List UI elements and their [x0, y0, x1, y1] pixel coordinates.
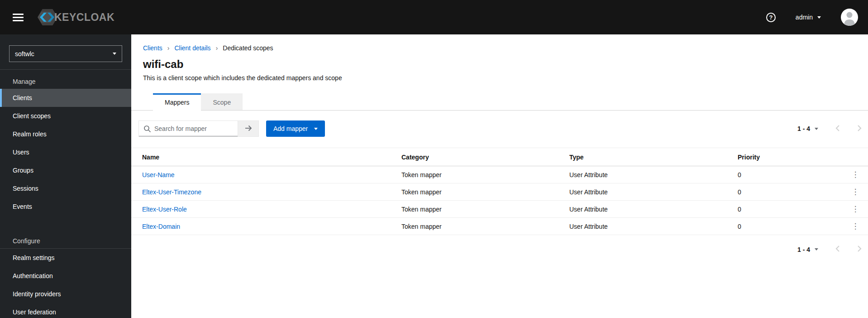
column-header-type: Type [569, 148, 738, 166]
add-mapper-button[interactable]: Add mapper [266, 120, 325, 137]
sidebar-item-identity-providers[interactable]: Identity providers [0, 285, 131, 303]
per-page-dropdown[interactable]: 1 - 4 [797, 246, 818, 253]
chevron-right-icon [857, 125, 862, 133]
sidebar-item-clients[interactable]: Clients [0, 89, 131, 107]
search-submit-button[interactable] [238, 121, 258, 136]
help-button[interactable]: ? [766, 13, 776, 22]
cell-type: User Attribute [569, 183, 738, 201]
table-row: Eltex-User-Role Token mapper User Attrib… [131, 201, 868, 218]
nav-section-manage: Manage Clients Client scopes Realm roles… [0, 70, 131, 216]
person-icon [841, 9, 858, 26]
breadcrumb-link-clients[interactable]: Clients [143, 44, 162, 52]
cell-priority: 0 [738, 218, 843, 235]
sidebar-item-users[interactable]: Users [0, 143, 131, 161]
sidebar-item-realm-settings[interactable]: Realm settings [0, 249, 131, 267]
cell-priority: 0 [738, 201, 843, 218]
realm-selector[interactable]: softwlc [9, 45, 122, 62]
row-actions-kebab-icon[interactable]: ⋮ [848, 203, 863, 215]
table-header-row: Name Category Type Priority [131, 148, 868, 166]
keycloak-logo[interactable]: KEYCLOAK [37, 8, 114, 27]
cell-category: Token mapper [401, 201, 569, 218]
prev-page-button[interactable] [835, 125, 840, 133]
mapper-link[interactable]: User-Name [142, 171, 175, 178]
table-row: Eltex-Domain Token mapper User Attribute… [131, 218, 868, 235]
column-header-category: Category [401, 148, 569, 166]
realm-selector-block: softwlc [0, 34, 131, 70]
sidebar: softwlc Manage Clients Client scopes Rea… [0, 34, 131, 318]
breadcrumb: Clients › Client details › Dedicated sco… [143, 44, 857, 52]
pagination-range: 1 - 4 [797, 125, 810, 132]
tabs: Mappers Scope [131, 93, 868, 111]
chevron-right-icon [857, 245, 862, 254]
pagination-range: 1 - 4 [797, 246, 810, 253]
row-actions-kebab-icon[interactable]: ⋮ [848, 221, 863, 232]
tab-scope[interactable]: Scope [201, 93, 243, 111]
table-row: Eltex-User-Timezone Token mapper User At… [131, 183, 868, 201]
avatar[interactable] [841, 9, 858, 26]
chevron-down-icon [314, 128, 318, 130]
breadcrumb-current: Dedicated scopes [223, 44, 273, 52]
sidebar-item-sessions[interactable]: Sessions [0, 179, 131, 198]
search-icon [143, 125, 151, 135]
nav-section-configure: Configure Realm settings Authentication … [0, 229, 131, 318]
search-input[interactable] [139, 121, 238, 136]
cell-type: User Attribute [569, 201, 738, 218]
sidebar-item-realm-roles[interactable]: Realm roles [0, 125, 131, 143]
chevron-down-icon [815, 128, 818, 130]
row-actions-kebab-icon[interactable]: ⋮ [848, 186, 863, 198]
mapper-link[interactable]: Eltex-User-Role [142, 206, 187, 213]
cell-priority: 0 [738, 166, 843, 183]
column-header-name: Name [131, 148, 401, 166]
page-title: wifi-cab [143, 58, 857, 71]
cell-type: User Attribute [569, 218, 738, 235]
per-page-dropdown[interactable]: 1 - 4 [797, 125, 818, 132]
main-content: Clients › Client details › Dedicated sco… [131, 34, 868, 318]
pagination-top: 1 - 4 [797, 125, 862, 133]
cell-priority: 0 [738, 183, 843, 201]
chevron-left-icon [835, 125, 840, 133]
page-subtitle: This is a client scope which includes th… [143, 74, 857, 82]
sidebar-item-events[interactable]: Events [0, 198, 131, 216]
table-row: User-Name Token mapper User Attribute 0 … [131, 166, 868, 183]
chevron-left-icon [835, 245, 840, 254]
column-header-actions [843, 148, 868, 166]
chevron-down-icon [815, 248, 818, 251]
column-header-priority: Priority [738, 148, 843, 166]
cell-category: Token mapper [401, 218, 569, 235]
chevron-down-icon [113, 53, 116, 55]
pagination-bottom: 1 - 4 [131, 245, 862, 254]
cell-type: User Attribute [569, 166, 738, 183]
masthead: KEYCLOAK ? admin [0, 0, 868, 34]
toolbar: Add mapper 1 - 4 [131, 120, 868, 137]
nav-section-title: Configure [0, 229, 131, 249]
breadcrumb-separator-icon: › [167, 44, 170, 52]
cell-category: Token mapper [401, 183, 569, 201]
help-icon: ? [766, 13, 776, 22]
keycloak-admin-console: KEYCLOAK ? admin softwlc [0, 0, 868, 318]
brand-wordmark: KEYCLOAK [54, 11, 114, 24]
sidebar-item-client-scopes[interactable]: Client scopes [0, 107, 131, 125]
chevron-down-icon [817, 16, 821, 19]
sidebar-item-authentication[interactable]: Authentication [0, 267, 131, 285]
sidebar-item-user-federation[interactable]: User federation [0, 303, 131, 318]
nav-section-title: Manage [0, 70, 131, 89]
arrow-right-icon [244, 124, 253, 134]
breadcrumb-link-client-details[interactable]: Client details [174, 44, 210, 52]
cell-category: Token mapper [401, 166, 569, 183]
breadcrumb-separator-icon: › [216, 44, 218, 52]
masthead-actions: ? admin [766, 9, 858, 26]
row-actions-kebab-icon[interactable]: ⋮ [848, 169, 863, 180]
mapper-link[interactable]: Eltex-Domain [142, 223, 180, 230]
mapper-link[interactable]: Eltex-User-Timezone [142, 188, 201, 196]
next-page-button[interactable] [857, 245, 862, 254]
sidebar-item-groups[interactable]: Groups [0, 161, 131, 179]
next-page-button[interactable] [857, 125, 862, 133]
nav-toggle-button[interactable] [10, 8, 26, 27]
realm-name: softwlc [15, 50, 34, 58]
user-menu[interactable]: admin [796, 14, 821, 21]
tab-mappers[interactable]: Mappers [153, 93, 201, 111]
hamburger-icon [13, 14, 24, 21]
search-group [138, 120, 259, 137]
page-header: Clients › Client details › Dedicated sco… [131, 34, 868, 82]
prev-page-button[interactable] [835, 245, 840, 254]
